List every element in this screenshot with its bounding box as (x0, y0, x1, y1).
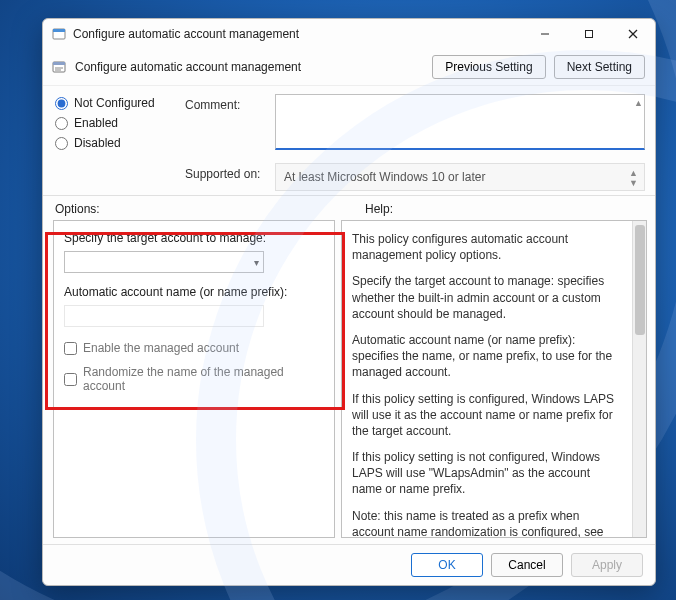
policy-header: Configure automatic account management P… (43, 49, 655, 86)
columns-header: Options: Help: (43, 196, 655, 218)
help-p1: This policy configures automatic account… (352, 231, 622, 263)
randomize-name-label: Randomize the name of the managed accoun… (83, 365, 324, 393)
title-bar: Configure automatic account management (43, 19, 655, 49)
minimize-button[interactable] (523, 19, 567, 49)
help-p3: Automatic account name (or name prefix):… (352, 332, 622, 381)
dialog-window: Configure automatic account management C… (42, 18, 656, 586)
comment-spin-icon[interactable]: ▲ (634, 98, 643, 108)
help-p6: Note: this name is treated as a prefix w… (352, 508, 622, 538)
policy-name: Configure automatic account management (75, 60, 424, 74)
maximize-button[interactable] (567, 19, 611, 49)
supported-on-text: At least Microsoft Windows 10 or later (284, 170, 485, 184)
radio-disabled[interactable]: Disabled (55, 136, 185, 150)
enable-managed-label: Enable the managed account (83, 341, 239, 355)
policy-icon (51, 59, 67, 75)
cancel-button[interactable]: Cancel (491, 553, 563, 577)
radio-enabled-input[interactable] (55, 117, 68, 130)
svg-rect-1 (53, 29, 65, 32)
account-name-input[interactable] (64, 305, 264, 327)
account-name-label: Automatic account name (or name prefix): (64, 285, 324, 299)
options-panel: Specify the target account to manage: ▾ … (53, 220, 335, 538)
enable-managed-input[interactable] (64, 342, 77, 355)
next-setting-button[interactable]: Next Setting (554, 55, 645, 79)
state-area: Not Configured Enabled Disabled Comment:… (43, 86, 655, 196)
svg-rect-3 (586, 31, 593, 38)
help-p2: Specify the target account to manage: sp… (352, 273, 622, 322)
enable-managed-checkbox[interactable]: Enable the managed account (64, 341, 324, 355)
comment-textarea[interactable] (275, 94, 645, 150)
help-p5: If this policy setting is not configured… (352, 449, 622, 498)
supported-spin-icon[interactable]: ▲▼ (629, 168, 638, 188)
target-account-combo[interactable]: ▾ (64, 251, 264, 273)
radio-enabled-label: Enabled (74, 116, 118, 130)
previous-setting-button[interactable]: Previous Setting (432, 55, 545, 79)
apply-button: Apply (571, 553, 643, 577)
comment-label: Comment: (185, 94, 275, 153)
help-panel: This policy configures automatic account… (341, 220, 647, 538)
dialog-footer: OK Cancel Apply (43, 544, 655, 585)
help-p4: If this policy setting is configured, Wi… (352, 391, 622, 440)
radio-not-configured-label: Not Configured (74, 96, 155, 110)
close-button[interactable] (611, 19, 655, 49)
help-scrollbar-thumb[interactable] (635, 225, 645, 335)
target-account-label: Specify the target account to manage: (64, 231, 324, 245)
app-icon (51, 26, 67, 42)
radio-not-configured-input[interactable] (55, 97, 68, 110)
radio-not-configured[interactable]: Not Configured (55, 96, 185, 110)
help-header: Help: (365, 202, 393, 216)
svg-rect-7 (53, 62, 65, 65)
supported-on-label: Supported on: (185, 157, 275, 191)
chevron-down-icon: ▾ (254, 257, 259, 268)
randomize-name-checkbox[interactable]: Randomize the name of the managed accoun… (64, 365, 324, 393)
ok-button[interactable]: OK (411, 553, 483, 577)
window-title: Configure automatic account management (73, 27, 523, 41)
supported-on-value: At least Microsoft Windows 10 or later ▲… (275, 163, 645, 191)
window-controls (523, 19, 655, 49)
radio-disabled-label: Disabled (74, 136, 121, 150)
randomize-name-input[interactable] (64, 373, 77, 386)
options-header: Options: (55, 202, 337, 216)
radio-enabled[interactable]: Enabled (55, 116, 185, 130)
radio-disabled-input[interactable] (55, 137, 68, 150)
columns-body: Specify the target account to manage: ▾ … (43, 218, 655, 544)
help-scrollbar[interactable] (632, 221, 646, 537)
